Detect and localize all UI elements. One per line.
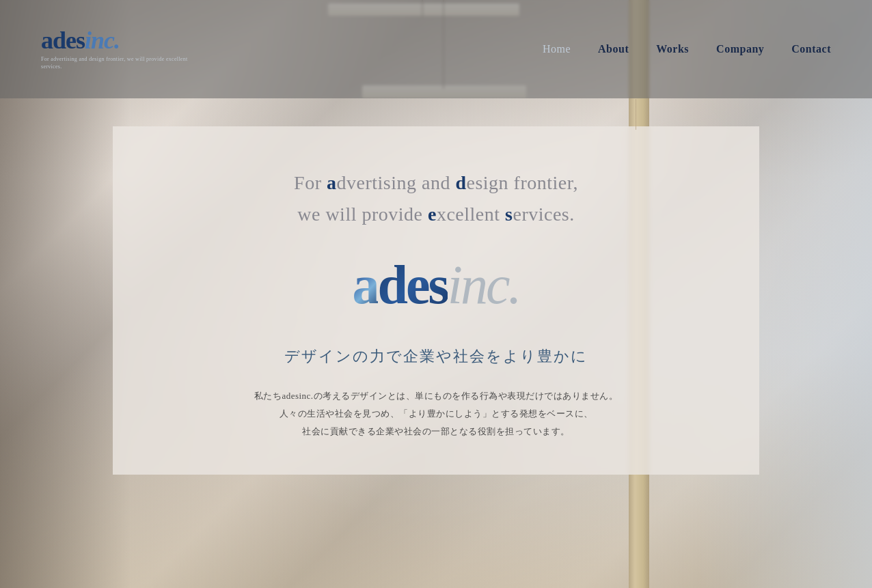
highlight-s: s <box>505 204 513 225</box>
logo-word-inc: inc. <box>85 27 120 54</box>
main-nav: Home About Works Company Contact <box>543 43 831 55</box>
logo-large: adesinc. <box>167 257 705 312</box>
ja-body-line1: 私たちadesinc.の考えるデザインとは、単にものを作る行為や表現だけではあり… <box>167 387 705 405</box>
ja-body-line2: 人々の生活や社会を見つめ、「より豊かにしよう」とする発想をベースに、 <box>167 405 705 423</box>
nav-item-works[interactable]: Works <box>656 43 689 55</box>
highlight-a: a <box>327 172 337 193</box>
logo-large-a: a <box>353 255 378 315</box>
logo-tagline: For advertising and design frontier, we … <box>41 55 191 70</box>
column-line <box>636 99 636 130</box>
nav-item-about[interactable]: About <box>598 43 629 55</box>
highlight-d: d <box>455 172 466 193</box>
highlight-e: e <box>428 204 437 225</box>
logo-letter-a: a <box>41 27 53 54</box>
logo-text: adesinc. <box>41 28 191 53</box>
hero-tagline-en: For advertising and design frontier, we … <box>167 167 705 230</box>
ja-title: デザインの力で企業や社会をより豊かに <box>167 346 705 367</box>
site-header: adesinc. For advertising and design fron… <box>0 0 872 98</box>
hero-content-panel: For advertising and design frontier, we … <box>113 126 759 475</box>
nav-item-home[interactable]: Home <box>543 43 571 55</box>
nav-item-company[interactable]: Company <box>716 43 764 55</box>
ja-body-line3: 社会に貢献できる企業や社会の一部となる役割を担っています。 <box>167 423 705 440</box>
logo[interactable]: adesinc. For advertising and design fron… <box>41 28 191 70</box>
logo-word-des: des <box>53 27 85 54</box>
logo-large-inc: inc. <box>448 255 520 315</box>
logo-large-des: des <box>378 255 448 315</box>
ja-body: 私たちadesinc.の考えるデザインとは、単にものを作る行為や表現だけではあり… <box>167 387 705 440</box>
tagline-line2: we will provide excellent services. <box>167 199 705 230</box>
tagline-line1: For advertising and design frontier, <box>167 167 705 199</box>
nav-item-contact[interactable]: Contact <box>791 43 831 55</box>
logo-large-text: adesinc. <box>353 255 520 315</box>
